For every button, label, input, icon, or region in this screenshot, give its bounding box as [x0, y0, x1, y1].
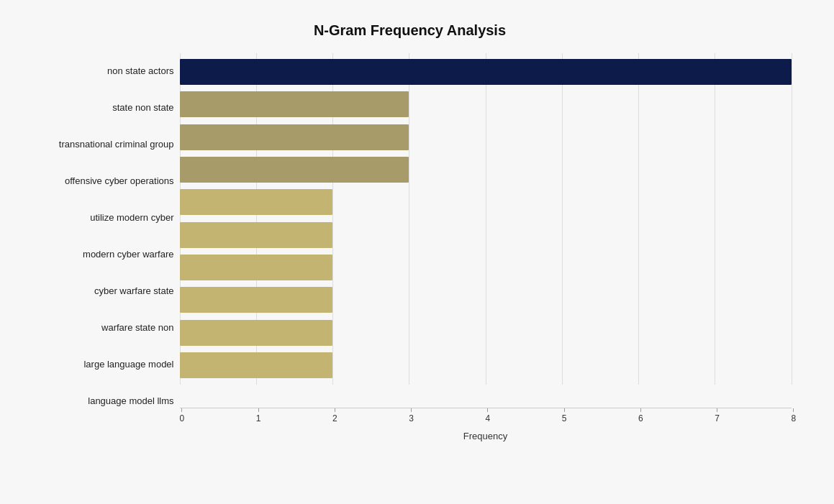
x-tick-line	[181, 408, 182, 412]
x-tick: 2	[332, 408, 337, 423]
y-labels: non state actorsstate non statetransnati…	[29, 53, 180, 441]
bar-row	[180, 284, 792, 316]
x-tick-line	[258, 408, 259, 412]
x-tick-label: 6	[638, 413, 643, 423]
x-tick-line	[793, 408, 794, 412]
bars-rows	[180, 53, 792, 385]
bar-row	[180, 219, 792, 251]
bar	[180, 222, 333, 248]
bar-row	[180, 121, 792, 153]
x-tick-label: 7	[715, 413, 720, 423]
bar-row	[180, 56, 792, 88]
x-tick: 4	[486, 408, 491, 423]
bar-row	[180, 88, 792, 121]
x-tick-line	[564, 408, 565, 412]
y-label: utilize modern cyber	[90, 212, 173, 224]
y-label: modern cyber warfare	[83, 249, 173, 260]
x-tick: 0	[180, 408, 185, 423]
bar	[180, 189, 333, 215]
bar	[180, 255, 333, 280]
y-label: non state actors	[107, 65, 174, 77]
bar	[180, 59, 792, 85]
x-tick-line	[411, 408, 412, 412]
bar	[180, 91, 409, 117]
chart-area: non state actorsstate non statetransnati…	[29, 53, 792, 441]
bar-row	[180, 153, 792, 185]
bars-section	[180, 53, 792, 406]
x-tick-line	[487, 408, 488, 412]
x-tick: 8	[792, 408, 797, 423]
x-axis: 012345678	[180, 408, 792, 429]
y-label: language model llms	[88, 395, 173, 407]
bar	[180, 157, 409, 183]
bar	[180, 287, 333, 313]
bar-row	[180, 349, 792, 381]
x-tick-label: 3	[409, 413, 414, 423]
bar	[180, 124, 409, 150]
bar-row	[180, 186, 792, 219]
x-tick-label: 4	[486, 413, 491, 423]
y-label: offensive cyber operations	[65, 175, 174, 187]
bar	[180, 352, 333, 378]
x-tick: 7	[715, 408, 720, 423]
x-axis-title: Frequency	[180, 431, 792, 441]
bar-row	[180, 316, 792, 349]
y-label: warfare state non	[101, 322, 173, 334]
x-tick: 1	[256, 408, 261, 423]
y-label: large language model	[83, 359, 173, 370]
x-tick-label: 0	[180, 413, 185, 423]
chart-container: N-Gram Frequency Analysis non state acto…	[22, 8, 813, 497]
x-tick-label: 5	[562, 413, 567, 423]
x-tick-label: 8	[792, 413, 797, 423]
x-tick: 3	[409, 408, 414, 423]
x-tick-line	[717, 408, 717, 412]
x-tick-line	[335, 408, 335, 412]
bar-row	[180, 251, 792, 283]
y-label: cyber warfare state	[94, 285, 174, 297]
x-tick: 5	[562, 408, 567, 423]
chart-title: N-Gram Frequency Analysis	[29, 22, 792, 39]
bar	[180, 320, 333, 346]
x-tick-label: 1	[256, 413, 261, 423]
y-label: state non state	[112, 102, 173, 114]
x-tick: 6	[638, 408, 643, 423]
bars-and-x: 012345678 Frequency	[180, 53, 792, 441]
x-tick-line	[640, 408, 641, 412]
grid-line	[792, 53, 792, 385]
x-tick-label: 2	[332, 413, 337, 423]
y-label: transnational criminal group	[59, 139, 174, 150]
